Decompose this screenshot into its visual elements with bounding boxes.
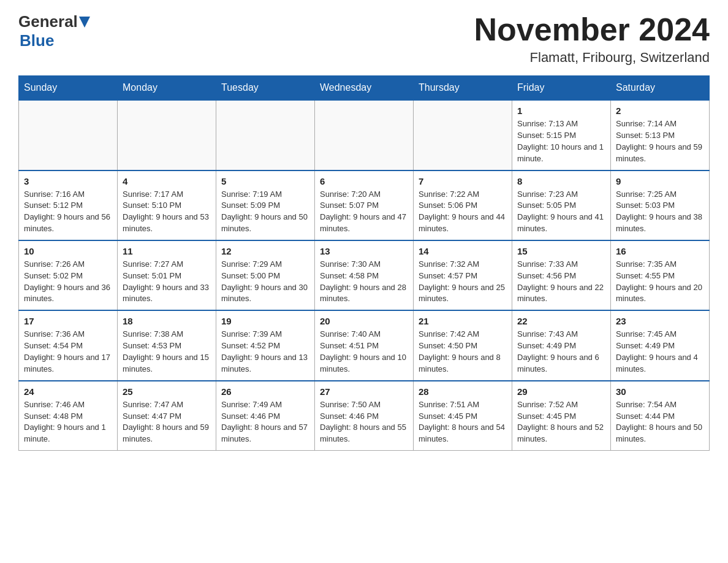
calendar-cell: 8Sunrise: 7:23 AM Sunset: 5:05 PM Daylig… [512, 170, 611, 240]
logo-general-text: General [18, 12, 78, 31]
week-row-2: 3Sunrise: 7:16 AM Sunset: 5:12 PM Daylig… [19, 170, 710, 240]
day-info: Sunrise: 7:45 AM Sunset: 4:49 PM Dayligh… [616, 329, 704, 375]
day-info: Sunrise: 7:36 AM Sunset: 4:54 PM Dayligh… [24, 329, 112, 375]
week-row-1: 1Sunrise: 7:13 AM Sunset: 5:15 PM Daylig… [19, 100, 710, 170]
day-info: Sunrise: 7:27 AM Sunset: 5:01 PM Dayligh… [123, 259, 211, 305]
day-number: 27 [320, 385, 408, 398]
title-block: November 2024 Flamatt, Fribourg, Switzer… [474, 12, 710, 66]
day-info: Sunrise: 7:33 AM Sunset: 4:56 PM Dayligh… [517, 259, 605, 305]
calendar-cell: 3Sunrise: 7:16 AM Sunset: 5:12 PM Daylig… [19, 170, 118, 240]
day-number: 24 [24, 385, 112, 398]
day-info: Sunrise: 7:29 AM Sunset: 5:00 PM Dayligh… [221, 259, 309, 305]
day-number: 13 [320, 245, 408, 258]
svg-marker-0 [79, 17, 90, 28]
day-info: Sunrise: 7:43 AM Sunset: 4:49 PM Dayligh… [517, 329, 605, 375]
header-thursday: Thursday [414, 76, 512, 101]
day-info: Sunrise: 7:51 AM Sunset: 4:45 PM Dayligh… [419, 399, 507, 445]
day-number: 29 [517, 385, 605, 398]
header-sunday: Sunday [19, 76, 118, 101]
calendar-cell: 13Sunrise: 7:30 AM Sunset: 4:58 PM Dayli… [315, 240, 414, 310]
day-info: Sunrise: 7:20 AM Sunset: 5:07 PM Dayligh… [320, 189, 408, 235]
calendar-cell: 10Sunrise: 7:26 AM Sunset: 5:02 PM Dayli… [19, 240, 118, 310]
calendar-cell: 6Sunrise: 7:20 AM Sunset: 5:07 PM Daylig… [315, 170, 414, 240]
day-number: 26 [221, 385, 309, 398]
header-row: Sunday Monday Tuesday Wednesday Thursday… [19, 76, 710, 101]
calendar-cell: 28Sunrise: 7:51 AM Sunset: 4:45 PM Dayli… [414, 381, 512, 451]
calendar-cell: 14Sunrise: 7:32 AM Sunset: 4:57 PM Dayli… [414, 240, 512, 310]
day-number: 12 [221, 245, 309, 258]
calendar-cell: 24Sunrise: 7:46 AM Sunset: 4:48 PM Dayli… [19, 381, 118, 451]
logo-arrow-icon [79, 17, 90, 29]
calendar-table: Sunday Monday Tuesday Wednesday Thursday… [18, 75, 710, 451]
month-year-title: November 2024 [474, 12, 710, 47]
location-subtitle: Flamatt, Fribourg, Switzerland [474, 50, 710, 66]
day-info: Sunrise: 7:47 AM Sunset: 4:47 PM Dayligh… [123, 399, 211, 445]
day-info: Sunrise: 7:13 AM Sunset: 5:15 PM Dayligh… [517, 118, 605, 164]
day-number: 23 [616, 315, 704, 327]
calendar-cell: 22Sunrise: 7:43 AM Sunset: 4:49 PM Dayli… [512, 310, 611, 380]
calendar-cell: 25Sunrise: 7:47 AM Sunset: 4:47 PM Dayli… [118, 381, 216, 451]
day-number: 15 [517, 245, 605, 258]
day-info: Sunrise: 7:39 AM Sunset: 4:52 PM Dayligh… [221, 329, 309, 375]
calendar-cell: 11Sunrise: 7:27 AM Sunset: 5:01 PM Dayli… [118, 240, 216, 310]
day-info: Sunrise: 7:17 AM Sunset: 5:10 PM Dayligh… [123, 189, 211, 235]
calendar-cell [315, 100, 414, 170]
day-info: Sunrise: 7:30 AM Sunset: 4:58 PM Dayligh… [320, 259, 408, 305]
day-number: 3 [24, 175, 112, 188]
calendar-cell: 27Sunrise: 7:50 AM Sunset: 4:46 PM Dayli… [315, 381, 414, 451]
calendar-cell: 17Sunrise: 7:36 AM Sunset: 4:54 PM Dayli… [19, 310, 118, 380]
logo: General Blue [18, 12, 90, 50]
calendar-cell: 5Sunrise: 7:19 AM Sunset: 5:09 PM Daylig… [216, 170, 315, 240]
calendar-cell [216, 100, 315, 170]
day-number: 1 [517, 104, 605, 117]
day-info: Sunrise: 7:40 AM Sunset: 4:51 PM Dayligh… [320, 329, 408, 375]
calendar-cell: 1Sunrise: 7:13 AM Sunset: 5:15 PM Daylig… [512, 100, 611, 170]
day-number: 22 [517, 315, 605, 327]
calendar-cell: 23Sunrise: 7:45 AM Sunset: 4:49 PM Dayli… [611, 310, 710, 380]
day-number: 17 [24, 315, 112, 327]
day-info: Sunrise: 7:35 AM Sunset: 4:55 PM Dayligh… [616, 259, 704, 305]
day-info: Sunrise: 7:26 AM Sunset: 5:02 PM Dayligh… [24, 259, 112, 305]
header-wednesday: Wednesday [315, 76, 414, 101]
day-number: 4 [123, 175, 211, 188]
day-number: 16 [616, 245, 704, 258]
header-monday: Monday [118, 76, 216, 101]
day-number: 7 [419, 175, 507, 188]
calendar-cell [19, 100, 118, 170]
day-number: 19 [221, 315, 309, 327]
calendar-cell: 20Sunrise: 7:40 AM Sunset: 4:51 PM Dayli… [315, 310, 414, 380]
calendar-cell: 4Sunrise: 7:17 AM Sunset: 5:10 PM Daylig… [118, 170, 216, 240]
week-row-3: 10Sunrise: 7:26 AM Sunset: 5:02 PM Dayli… [19, 240, 710, 310]
calendar-cell: 29Sunrise: 7:52 AM Sunset: 4:45 PM Dayli… [512, 381, 611, 451]
calendar-cell: 30Sunrise: 7:54 AM Sunset: 4:44 PM Dayli… [611, 381, 710, 451]
day-info: Sunrise: 7:54 AM Sunset: 4:44 PM Dayligh… [616, 399, 704, 445]
day-info: Sunrise: 7:25 AM Sunset: 5:03 PM Dayligh… [616, 189, 704, 235]
day-info: Sunrise: 7:23 AM Sunset: 5:05 PM Dayligh… [517, 189, 605, 235]
day-number: 11 [123, 245, 211, 258]
calendar-cell: 18Sunrise: 7:38 AM Sunset: 4:53 PM Dayli… [118, 310, 216, 380]
header-friday: Friday [512, 76, 611, 101]
day-number: 9 [616, 175, 704, 188]
page-header: General Blue November 2024 Flamatt, Frib… [18, 12, 710, 66]
week-row-5: 24Sunrise: 7:46 AM Sunset: 4:48 PM Dayli… [19, 381, 710, 451]
day-info: Sunrise: 7:32 AM Sunset: 4:57 PM Dayligh… [419, 259, 507, 305]
calendar-cell: 7Sunrise: 7:22 AM Sunset: 5:06 PM Daylig… [414, 170, 512, 240]
day-info: Sunrise: 7:49 AM Sunset: 4:46 PM Dayligh… [221, 399, 309, 445]
day-info: Sunrise: 7:42 AM Sunset: 4:50 PM Dayligh… [419, 329, 507, 375]
day-number: 18 [123, 315, 211, 327]
day-info: Sunrise: 7:14 AM Sunset: 5:13 PM Dayligh… [616, 118, 704, 164]
day-info: Sunrise: 7:19 AM Sunset: 5:09 PM Dayligh… [221, 189, 309, 235]
day-number: 6 [320, 175, 408, 188]
day-info: Sunrise: 7:22 AM Sunset: 5:06 PM Dayligh… [419, 189, 507, 235]
calendar-cell: 2Sunrise: 7:14 AM Sunset: 5:13 PM Daylig… [611, 100, 710, 170]
day-number: 28 [419, 385, 507, 398]
day-number: 10 [24, 245, 112, 258]
calendar-cell [414, 100, 512, 170]
day-info: Sunrise: 7:52 AM Sunset: 4:45 PM Dayligh… [517, 399, 605, 445]
day-number: 2 [616, 104, 704, 117]
day-number: 21 [419, 315, 507, 327]
day-info: Sunrise: 7:46 AM Sunset: 4:48 PM Dayligh… [24, 399, 112, 445]
calendar-cell: 12Sunrise: 7:29 AM Sunset: 5:00 PM Dayli… [216, 240, 315, 310]
day-info: Sunrise: 7:50 AM Sunset: 4:46 PM Dayligh… [320, 399, 408, 445]
header-saturday: Saturday [611, 76, 710, 101]
